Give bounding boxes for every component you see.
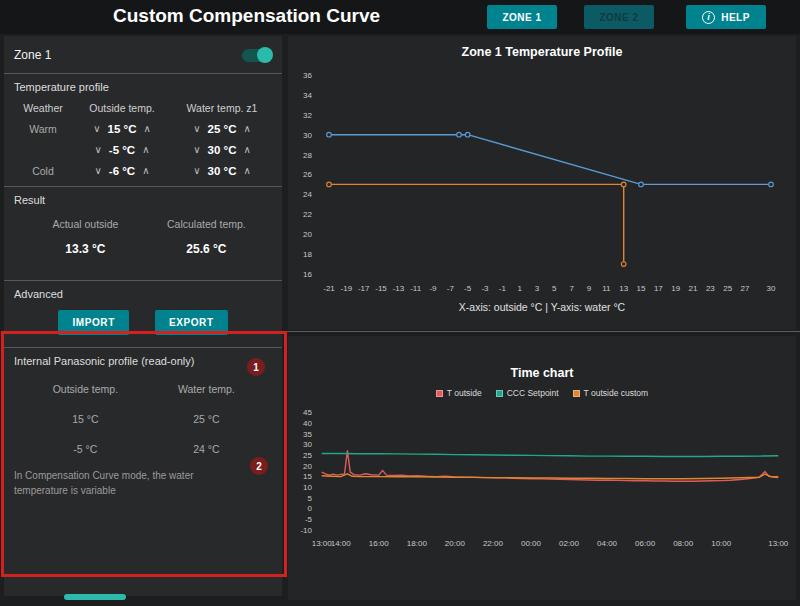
svg-text:5: 5 [552, 284, 557, 293]
internal-outside-value: -5 °C [22, 443, 149, 455]
svg-text:-15: -15 [375, 284, 387, 293]
zone-toggle-row: Zone 1 [14, 44, 272, 66]
svg-text:06:00: 06:00 [635, 539, 656, 548]
svg-text:-9: -9 [429, 284, 437, 293]
svg-text:30: 30 [303, 440, 312, 449]
legend-swatch [573, 390, 580, 397]
outside-temp-value: 15 °C [108, 123, 137, 135]
svg-text:17: 17 [654, 284, 663, 293]
chevron-down-icon[interactable]: ∨ [93, 124, 100, 134]
internal-water-value: 25 °C [149, 413, 264, 425]
legend-item: CCC Setpoint [496, 388, 559, 398]
divider [286, 331, 800, 332]
weather-label: Cold [14, 165, 72, 177]
svg-text:-19: -19 [341, 284, 353, 293]
chevron-up-icon[interactable]: ∧ [142, 145, 149, 155]
zone1-button[interactable]: ZONE 1 [487, 5, 557, 29]
chevron-up-icon[interactable]: ∧ [143, 124, 150, 134]
svg-text:15: 15 [303, 472, 312, 481]
settings-panel: Zone 1 Temperature profile Weather Outsi… [4, 36, 282, 596]
temperature-profile-chart-panel: Zone 1 Temperature Profile 1618202224262… [288, 36, 796, 330]
svg-text:20: 20 [303, 230, 312, 239]
section-title-result: Result [14, 194, 272, 206]
internal-column-outside: Outside temp. [22, 383, 149, 395]
annotation-marker-2: 2 [250, 457, 268, 475]
svg-text:1: 1 [517, 284, 522, 293]
svg-text:34: 34 [303, 91, 312, 100]
zone2-button[interactable]: ZONE 2 [584, 5, 654, 29]
weather-label: Warm [14, 123, 72, 135]
help-button[interactable]: iHELP [686, 5, 766, 29]
svg-text:16: 16 [303, 270, 312, 279]
svg-text:-3: -3 [481, 284, 489, 293]
svg-text:-5: -5 [305, 515, 313, 524]
zone1-toggle[interactable] [242, 49, 272, 62]
divider [4, 73, 282, 74]
internal-outside-value: 15 °C [22, 413, 149, 425]
import-button[interactable]: IMPORT [58, 310, 129, 335]
toggle-knob [257, 47, 273, 63]
svg-text:7: 7 [569, 284, 574, 293]
chevron-up-icon[interactable]: ∧ [243, 166, 250, 176]
profile-chart-title: Zone 1 Temperature Profile [288, 36, 796, 59]
svg-text:-11: -11 [410, 284, 422, 293]
internal-column-water: Water temp. [149, 383, 264, 395]
chevron-up-icon[interactable]: ∧ [243, 124, 250, 134]
svg-text:-21: -21 [323, 284, 335, 293]
legend-item: T outside custom [573, 388, 649, 398]
svg-text:21: 21 [689, 284, 698, 293]
chevron-down-icon[interactable]: ∨ [193, 124, 200, 134]
legend-swatch [436, 390, 443, 397]
svg-text:11: 11 [602, 284, 611, 293]
svg-text:14:00: 14:00 [331, 539, 352, 548]
chevron-down-icon[interactable]: ∨ [95, 166, 102, 176]
section-title-temperature-profile: Temperature profile [14, 81, 272, 93]
svg-text:9: 9 [587, 284, 592, 293]
water-temp-value: 30 °C [208, 144, 237, 156]
svg-text:36: 36 [303, 71, 312, 80]
legend-swatch [496, 390, 503, 397]
chevron-down-icon[interactable]: ∨ [95, 145, 102, 155]
svg-text:19: 19 [671, 284, 680, 293]
annotation-marker-1: 1 [247, 358, 265, 376]
horizontal-scrollbar-thumb[interactable] [64, 594, 126, 600]
svg-text:10:00: 10:00 [711, 539, 732, 548]
svg-text:25: 25 [303, 451, 312, 460]
time-chart: -10-505101520253035404513:0014:0016:0018… [290, 400, 794, 552]
svg-text:35: 35 [303, 430, 312, 439]
chevron-down-icon[interactable]: ∨ [193, 166, 200, 176]
svg-text:02:00: 02:00 [559, 539, 580, 548]
internal-profile-row: 15 °C 25 °C [14, 413, 272, 425]
svg-text:15: 15 [637, 284, 646, 293]
outside-temp-stepper: ∨ 15 °C ∧ [72, 123, 172, 135]
svg-text:20: 20 [303, 462, 312, 471]
legend-label: T outside custom [584, 388, 649, 398]
outside-temp-value: -5 °C [109, 144, 135, 156]
legend-label: T outside [447, 388, 482, 398]
svg-text:20:00: 20:00 [445, 539, 466, 548]
svg-text:26: 26 [303, 170, 312, 179]
app-window: Custom Compensation Curve ZONE 1 ZONE 2 … [0, 0, 800, 606]
column-header-water: Water temp. z1 [172, 102, 272, 114]
internal-profile-headers: Outside temp. Water temp. [14, 383, 272, 395]
svg-text:-17: -17 [358, 284, 370, 293]
result-values: 13.3 °C 25.6 °C [14, 242, 272, 256]
zone-label: Zone 1 [14, 48, 51, 62]
export-button[interactable]: EXPORT [155, 310, 228, 335]
svg-text:5: 5 [308, 494, 313, 503]
svg-text:23: 23 [706, 284, 715, 293]
svg-text:16:00: 16:00 [369, 539, 390, 548]
chevron-up-icon[interactable]: ∧ [142, 166, 149, 176]
chevron-down-icon[interactable]: ∨ [193, 145, 200, 155]
svg-text:3: 3 [535, 284, 540, 293]
svg-text:-1: -1 [499, 284, 507, 293]
result-headers: Actual outside Calculated temp. [14, 218, 272, 230]
internal-water-value: 24 °C [149, 443, 264, 455]
calculated-temp-value: 25.6 °C [149, 242, 264, 256]
chevron-up-icon[interactable]: ∧ [243, 145, 250, 155]
svg-text:10: 10 [303, 483, 312, 492]
svg-text:13: 13 [619, 284, 628, 293]
time-chart-legend: T outsideCCC SetpointT outside custom [288, 388, 796, 398]
svg-text:13:00: 13:00 [768, 539, 789, 548]
column-header-weather: Weather [14, 102, 72, 114]
